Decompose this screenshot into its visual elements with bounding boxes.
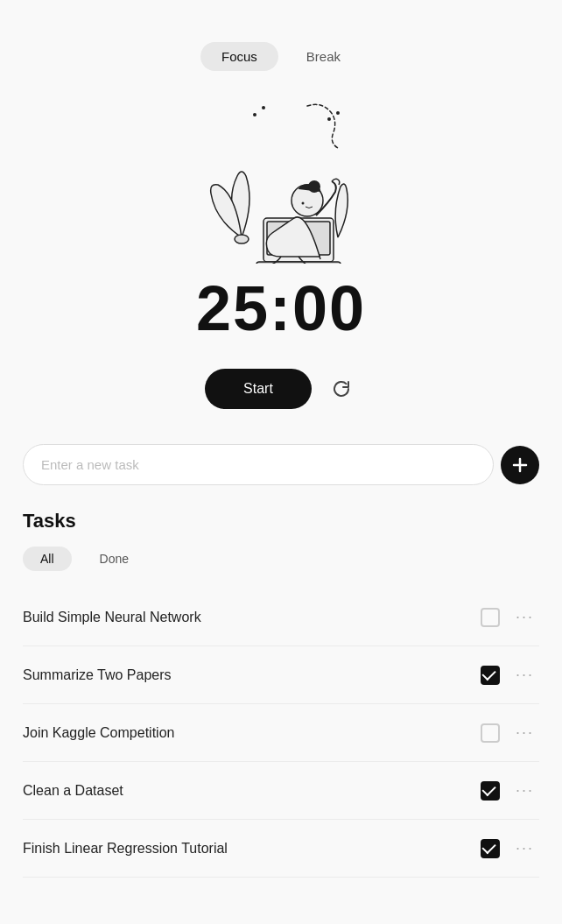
- task-more-button[interactable]: ···: [510, 720, 539, 745]
- focus-illustration: [193, 88, 369, 264]
- task-more-button[interactable]: ···: [510, 662, 539, 688]
- tab-focus[interactable]: Focus: [200, 42, 278, 71]
- task-input-row: [23, 444, 539, 485]
- task-label: Summarize Two Papers: [23, 667, 470, 683]
- task-more-button[interactable]: ···: [510, 836, 539, 861]
- tab-break[interactable]: Break: [285, 42, 362, 71]
- table-row: Finish Linear Regression Tutorial ···: [23, 820, 539, 878]
- task-label: Finish Linear Regression Tutorial: [23, 841, 470, 857]
- task-more-button[interactable]: ···: [510, 604, 539, 630]
- svg-point-2: [327, 117, 331, 121]
- task-label: Join Kaggle Competition: [23, 725, 470, 741]
- svg-point-10: [302, 202, 305, 205]
- svg-point-3: [336, 111, 340, 115]
- filter-done[interactable]: Done: [82, 547, 146, 571]
- table-row: Join Kaggle Competition ···: [23, 704, 539, 762]
- task-checkbox[interactable]: [481, 608, 500, 627]
- svg-point-1: [262, 106, 265, 109]
- table-row: Clean a Dataset ···: [23, 762, 539, 820]
- reset-button[interactable]: [326, 373, 357, 405]
- svg-point-0: [253, 113, 256, 116]
- add-task-button[interactable]: [501, 446, 539, 484]
- task-checkbox[interactable]: [481, 723, 500, 743]
- task-input[interactable]: [23, 444, 494, 485]
- table-row: Summarize Two Papers ···: [23, 646, 539, 704]
- task-filter-row: All Done: [23, 547, 539, 571]
- tasks-title: Tasks: [23, 510, 539, 533]
- svg-point-4: [235, 235, 249, 243]
- start-button[interactable]: Start: [205, 369, 312, 409]
- task-label: Clean a Dataset: [23, 783, 470, 799]
- timer-controls: Start: [205, 369, 357, 409]
- timer-display: 25:00: [196, 272, 366, 344]
- svg-point-9: [308, 180, 320, 193]
- task-list: Build Simple Neural Network ··· Summariz…: [23, 589, 539, 878]
- tasks-section: Tasks All Done Build Simple Neural Netwo…: [23, 510, 539, 878]
- task-checkbox[interactable]: [481, 839, 500, 858]
- tab-bar: Focus Break: [200, 42, 362, 71]
- task-label: Build Simple Neural Network: [23, 610, 470, 625]
- filter-all[interactable]: All: [23, 547, 72, 571]
- table-row: Build Simple Neural Network ···: [23, 589, 539, 646]
- task-checkbox[interactable]: [481, 781, 500, 801]
- task-more-button[interactable]: ···: [510, 778, 539, 803]
- svg-rect-7: [256, 262, 341, 264]
- task-checkbox[interactable]: [481, 666, 500, 685]
